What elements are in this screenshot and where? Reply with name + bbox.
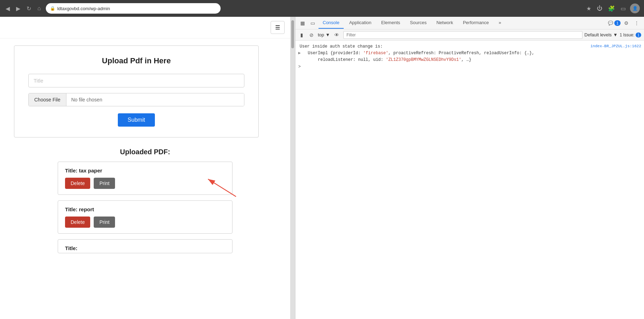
no-file-text: No file chosen	[66, 93, 244, 106]
console-text-1: User inside auth state change is:	[300, 43, 383, 50]
address-bar[interactable]: 🔒 ldtaxgovbd.com/wp-admin	[46, 3, 221, 14]
levels-dropdown-icon: ▼	[613, 32, 618, 37]
console-text-2: UserImpl {providerId: 'firebase', proact…	[308, 50, 534, 57]
pdf-card-3-title: Title:	[65, 245, 225, 251]
tab-application[interactable]: Application	[345, 17, 376, 29]
tab-console[interactable]: Console	[319, 17, 344, 29]
title-input[interactable]	[28, 74, 244, 87]
devtools-eye-icon[interactable]: 👁	[332, 31, 341, 39]
default-levels-label: Default levels	[585, 32, 612, 37]
pdf-card-3: Title:	[58, 239, 232, 253]
context-dropdown-icon: ▼	[325, 32, 330, 37]
pdf-2-print-button[interactable]: Print	[94, 217, 115, 228]
devtools-toolbar2: ▮ ⊘ top ▼ 👁 Default levels ▼ 1 Issue: 1	[295, 29, 644, 41]
devtools-settings-icon[interactable]: ⚙	[622, 19, 631, 27]
pdf-1-delete-button[interactable]: Delete	[65, 178, 90, 189]
scroll-thumb[interactable]	[291, 20, 294, 48]
page-content: Upload Pdf in Here Choose File No file c…	[0, 38, 290, 266]
tab-sources[interactable]: Sources	[406, 17, 431, 29]
devtools-sidebar-icon[interactable]: ▮	[298, 31, 305, 39]
devtools-panel: ▦ ▭ Console Application Elements Sources…	[295, 17, 644, 319]
submit-button[interactable]: Submit	[118, 113, 155, 127]
uploaded-section: Uploaded PDF: Title: tax paper Delete Pr…	[58, 148, 232, 253]
issue-badge: 1 Issue: 1	[620, 33, 642, 37]
star-icon[interactable]: ★	[585, 4, 593, 13]
pdf-card-container-1: Title: tax paper Delete Print	[58, 162, 232, 195]
tab-icon[interactable]: ▭	[619, 4, 627, 13]
pdf-card-1-title: Title: tax paper	[65, 168, 225, 173]
power-icon[interactable]: ⏻	[595, 4, 604, 13]
console-link-1[interactable]: index-BR_JPZUL.js:1622	[591, 43, 641, 50]
console-line-3: reloadListener: null, uid: 'ZL1Z370gpBMY…	[298, 57, 641, 63]
console-prompt[interactable]: >	[298, 64, 301, 70]
lock-icon: 🔒	[50, 6, 55, 11]
devtools-badge: 💬 1	[608, 21, 621, 26]
webpage-panel: ☰ Upload Pdf in Here Choose File No file…	[0, 17, 290, 319]
url-text: ldtaxgovbd.com/wp-admin	[57, 6, 110, 11]
console-filter-input[interactable]	[343, 31, 582, 39]
devtools-inspect-icon[interactable]: ▦	[298, 19, 307, 27]
browser-chrome: ◀ ▶ ↻ ⌂ 🔒 ldtaxgovbd.com/wp-admin ★ ⏻ 🧩 …	[0, 0, 644, 17]
puzzle-icon[interactable]: 🧩	[607, 4, 616, 13]
default-levels-selector[interactable]: Default levels ▼	[585, 32, 618, 37]
submit-btn-wrapper: Submit	[28, 113, 244, 127]
pdf-card-1-buttons: Delete Print	[65, 178, 225, 189]
console-line-4: >	[298, 64, 641, 70]
devtools-block-icon[interactable]: ⊘	[307, 31, 316, 39]
context-label: top	[318, 32, 324, 37]
tab-more[interactable]: »	[494, 17, 505, 29]
menu-bar: ☰	[0, 17, 290, 38]
main-layout: ☰ Upload Pdf in Here Choose File No file…	[0, 17, 644, 319]
upload-title: Upload Pdf in Here	[28, 56, 244, 65]
home-button[interactable]: ⌂	[36, 4, 42, 13]
console-output: User inside auth state change is: index-…	[295, 41, 644, 319]
choose-file-button[interactable]: Choose File	[29, 93, 66, 106]
hamburger-button[interactable]: ☰	[271, 21, 285, 34]
avatar[interactable]: 👤	[630, 3, 640, 13]
pdf-1-print-button[interactable]: Print	[94, 178, 115, 189]
expand-arrow-2[interactable]: ▶	[298, 50, 301, 57]
console-text-3: reloadListener: null, uid: 'ZL1Z370gpBMY…	[318, 57, 471, 63]
file-input-wrapper: Choose File No file chosen	[28, 93, 244, 106]
devtools-more-icon[interactable]: ⋮	[632, 19, 641, 27]
console-line-1: User inside auth state change is: index-…	[298, 43, 641, 50]
tab-network[interactable]: Network	[432, 17, 457, 29]
pdf-card-2-buttons: Delete Print	[65, 217, 225, 228]
upload-box: Upload Pdf in Here Choose File No file c…	[14, 45, 259, 137]
refresh-button[interactable]: ↻	[25, 4, 33, 13]
tab-elements[interactable]: Elements	[377, 17, 404, 29]
context-selector[interactable]: top ▼	[318, 32, 330, 37]
back-button[interactable]: ◀	[4, 4, 11, 13]
scroll-divider[interactable]	[290, 17, 295, 319]
pdf-2-delete-button[interactable]: Delete	[65, 217, 90, 228]
devtools-toolbar: ▦ ▭ Console Application Elements Sources…	[295, 17, 644, 29]
pdf-card-1: Title: tax paper Delete Print	[58, 162, 232, 195]
pdf-card-2: Title: report Delete Print	[58, 200, 232, 234]
forward-button[interactable]: ▶	[15, 4, 22, 13]
tab-performance[interactable]: Performance	[459, 17, 493, 29]
devtools-device-icon[interactable]: ▭	[308, 19, 317, 27]
pdf-card-2-title: Title: report	[65, 206, 225, 212]
console-indent-3	[298, 57, 311, 63]
browser-icons: ★ ⏻ 🧩 ▭ 👤	[585, 3, 640, 13]
uploaded-title: Uploaded PDF:	[58, 148, 232, 156]
console-line-2: ▶ UserImpl {providerId: 'firebase', proa…	[298, 50, 641, 57]
